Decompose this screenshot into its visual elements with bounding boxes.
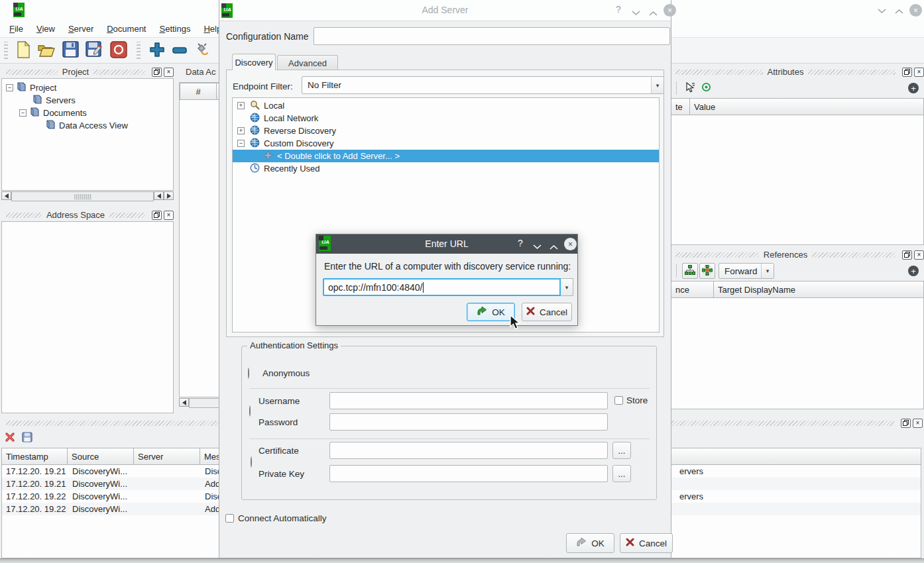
browse-certificate-button[interactable]: ... [612,442,631,459]
close-panel-button[interactable]: × [164,211,174,220]
column-header-server[interactable]: Server [134,448,200,465]
ok-button[interactable]: OK [566,533,614,553]
dropdown-arrow-icon[interactable]: ▾ [761,264,774,278]
maximize-button[interactable] [649,8,658,18]
certificate-radio[interactable] [251,456,252,468]
main-maximize-button[interactable] [895,6,903,16]
save-log-button[interactable] [19,430,36,446]
expand-icon[interactable]: + [237,102,245,109]
clear-log-button[interactable] [1,430,19,446]
url-cancel-button[interactable]: Cancel [522,303,572,321]
tree-item-local-network[interactable]: Local Network [233,112,659,125]
shade-button[interactable] [533,242,542,252]
menu-view[interactable]: View [30,21,62,36]
column-header-value[interactable]: Value [690,98,924,115]
connect-automatically-checkbox[interactable] [225,514,234,523]
tree-item-project[interactable]: − Project [2,81,173,94]
help-button[interactable]: ? [616,4,621,15]
help-button[interactable]: ? [518,238,523,248]
url-ok-button[interactable]: OK [467,303,515,321]
reference-target-button[interactable] [699,263,715,279]
new-document-button[interactable] [12,40,34,60]
column-header-hash[interactable]: # [180,83,217,100]
float-panel-button[interactable] [152,211,162,220]
save-as-button[interactable] [82,40,106,60]
menu-settings[interactable]: Settings [152,21,197,36]
collapse-icon[interactable]: − [19,109,27,117]
address-space-header: Address Space × [1,209,174,221]
shade-button[interactable] [632,8,640,18]
endpoint-filter-select[interactable]: No Filter ▾ [302,76,664,94]
certificate-input[interactable] [329,442,608,459]
collapse-icon[interactable]: − [237,140,245,147]
close-panel-button[interactable]: × [913,419,923,428]
scroll-grip[interactable] [74,194,91,199]
tree-item-custom-discovery[interactable]: − Custom Discovery [233,137,659,150]
tree-item-add-server[interactable]: < Double click to Add Server... > [233,150,659,162]
close-dialog-button[interactable]: × [564,238,577,250]
select-mode-button[interactable] [682,80,698,96]
close-panel-button[interactable]: × [914,68,924,77]
tree-item-data-access-view[interactable]: Data Access View [2,119,173,132]
project-hscrollbar[interactable] [1,191,174,201]
password-input[interactable] [329,413,608,431]
url-input[interactable]: opc.tcp://mfn100:4840/ [323,278,561,296]
menu-server[interactable]: Server [62,21,100,36]
float-panel-button[interactable] [902,68,912,77]
remove-server-toolbar-button[interactable] [168,40,191,60]
anonymous-radio[interactable] [248,368,249,379]
tree-item-recently-used[interactable]: Recently Used [233,162,659,175]
collapse-icon[interactable]: − [6,84,13,91]
column-header-target[interactable]: Target DisplayName [714,281,924,298]
add-server-titlebar[interactable]: UA Add Server ? × [219,0,671,21]
main-close-button[interactable]: × [909,4,922,17]
tree-item-documents[interactable]: − Documents [2,107,173,119]
close-panel-button[interactable]: × [914,250,924,260]
store-checkbox[interactable] [614,396,623,405]
column-header-attribute[interactable]: te [671,98,690,115]
connect-server-button[interactable] [191,40,213,60]
toolbar-drag-handle[interactable] [4,42,8,59]
dropdown-arrow-icon[interactable]: ▾ [651,77,664,93]
expand-icon[interactable]: + [237,127,245,134]
save-document-button[interactable] [58,40,82,60]
column-header-reference[interactable]: nce [671,281,714,298]
tree-item-reverse-discovery[interactable]: + Reverse Discovery [233,125,659,137]
browse-private-key-button[interactable]: ... [612,465,631,482]
add-server-toolbar-button[interactable] [146,40,168,60]
float-panel-button[interactable] [902,250,912,260]
main-shade-button[interactable] [878,6,886,16]
quit-button[interactable] [106,40,131,60]
scroll-left-button2[interactable] [154,191,164,200]
private-key-input[interactable] [329,465,608,482]
tab-advanced[interactable]: Advanced [277,55,338,70]
configuration-name-input[interactable] [314,27,670,45]
hierarchy-view-button[interactable] [682,263,698,279]
column-header-source[interactable]: Source [68,448,134,465]
add-attribute-button[interactable]: + [908,83,919,93]
username-password-radio[interactable] [249,405,251,417]
tab-discovery[interactable]: Discovery [232,54,276,70]
column-header-timestamp[interactable]: Timestamp [1,448,68,465]
username-input[interactable] [329,392,608,409]
close-panel-button[interactable]: × [164,68,174,77]
scroll-right-button[interactable] [164,191,174,200]
scroll-left-button[interactable] [1,191,11,200]
url-dropdown-button[interactable]: ▾ [561,278,573,296]
auto-update-button[interactable] [698,80,714,96]
tree-item-local[interactable]: + Local [233,99,659,112]
enter-url-titlebar[interactable]: UA Enter URL ? × [316,234,577,254]
cancel-button[interactable]: Cancel [620,533,673,553]
open-document-button[interactable] [34,40,58,60]
add-reference-button[interactable]: + [908,266,919,276]
menu-document[interactable]: Document [100,21,152,36]
float-panel-button[interactable] [901,419,911,428]
scroll-track[interactable] [11,191,154,201]
float-panel-button[interactable] [152,68,162,77]
menu-file[interactable]: File [3,21,30,36]
scroll-left-button[interactable] [179,398,189,407]
maximize-button[interactable] [549,242,558,252]
reference-direction-select[interactable]: Forward ▾ [719,263,774,279]
close-dialog-button[interactable]: × [664,4,676,17]
tree-item-servers[interactable]: Servers [2,94,173,107]
